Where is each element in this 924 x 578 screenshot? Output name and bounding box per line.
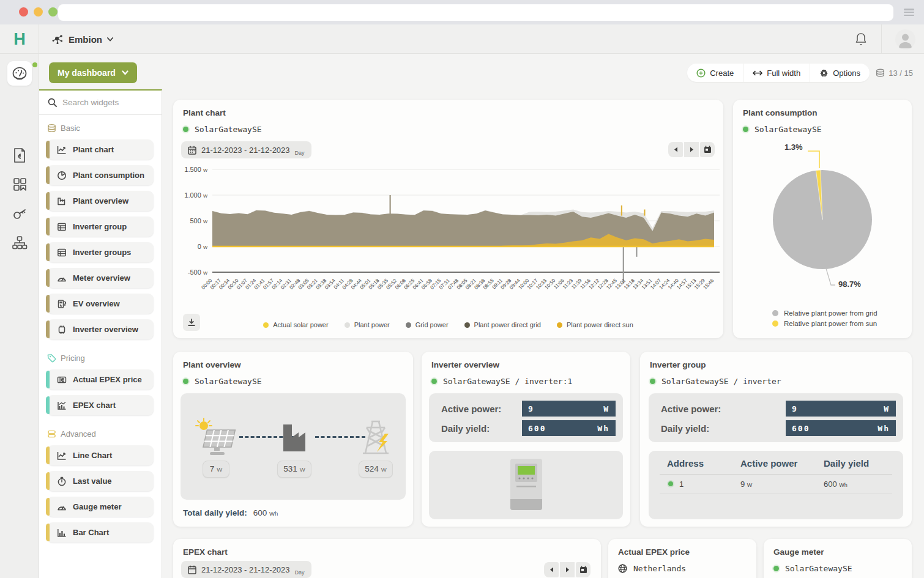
widget-card-gauge-meter[interactable]: Gauge meter <box>47 497 154 517</box>
widget-card-label: EV overview <box>73 299 120 308</box>
grid-power-value: 524W <box>359 461 393 478</box>
legend-item[interactable]: Grid power <box>406 321 449 328</box>
widget-card-label: Inverter groups <box>73 248 131 257</box>
plant-power-area-chart[interactable]: 1.500 W1.000 W500 W0 W-500 W00:0000:1700… <box>178 167 723 309</box>
chevron-down-icon <box>107 37 113 42</box>
legend-label: Plant power direct sun <box>567 321 633 328</box>
section-header-advanced: Advanced <box>39 421 162 440</box>
calendar-icon <box>188 146 196 155</box>
daily-yield-label: Daily yield: <box>661 423 709 434</box>
chart-mixed-icon <box>57 401 67 410</box>
widget-card-line-chart[interactable]: Line Chart <box>47 445 154 465</box>
granularity-label: Day <box>295 569 305 576</box>
row-address: 1 <box>679 480 684 489</box>
person-icon <box>898 32 913 48</box>
tag-icon <box>47 354 56 363</box>
solar-power-value: 7W <box>203 461 229 478</box>
window-minimize-button[interactable] <box>34 7 43 17</box>
widget-card-bar-chart[interactable]: Bar Chart <box>47 522 154 543</box>
browser-chrome <box>0 0 924 24</box>
left-nav-rail <box>0 54 39 578</box>
next-period-button[interactable] <box>560 562 575 577</box>
pie-legend-item[interactable]: Relative plant power from grid <box>772 309 877 317</box>
stack-icon <box>47 429 56 439</box>
nav-modules[interactable] <box>0 176 39 192</box>
active-power-value: 9W <box>522 401 616 417</box>
organization-selector[interactable]: Embion <box>51 24 113 54</box>
widget-library-panel: BasicPlant chartPlant consumptionPlant o… <box>39 89 162 578</box>
widget-card-inverter-groups[interactable]: Inverter groups <box>47 242 154 262</box>
logo-letter: H <box>13 30 25 49</box>
full-width-button[interactable]: Full width <box>743 64 810 82</box>
date-range-picker[interactable]: 21-12-2023 - 21-12-2023 Day <box>181 141 311 158</box>
section-label: Basic <box>61 124 80 133</box>
chip-icon <box>57 325 67 335</box>
app-logo[interactable]: H <box>0 24 39 54</box>
daily-yield-label: Daily yield: <box>441 423 490 434</box>
dashboard-selector-button[interactable]: My dashboard <box>49 62 137 83</box>
svg-text:1.000 W: 1.000 W <box>184 191 208 199</box>
url-bar[interactable] <box>58 4 893 21</box>
device-name: SolarGatewaySE / inverter <box>661 377 781 386</box>
ev-icon <box>57 299 67 309</box>
window-zoom-button[interactable] <box>48 7 58 17</box>
widget-card-ev-overview[interactable]: EV overview <box>47 294 154 314</box>
nav-access-keys[interactable] <box>0 206 39 222</box>
legend-item[interactable]: Plant power <box>345 321 390 328</box>
notifications-bell-icon[interactable] <box>854 32 868 46</box>
prev-period-button[interactable] <box>668 142 683 157</box>
legend-item[interactable]: Plant power direct sun <box>557 321 633 328</box>
widget-card-epex-chart[interactable]: EPEX chart <box>47 395 154 415</box>
legend-item[interactable]: Actual solar power <box>263 321 329 328</box>
region-name: Netherlands <box>633 564 686 573</box>
legend-item[interactable]: Plant power direct grid <box>464 321 541 328</box>
consumption-pie-chart[interactable] <box>733 140 912 299</box>
calendar-button[interactable] <box>700 142 715 157</box>
layers-icon <box>876 69 885 77</box>
browser-menu-icon[interactable] <box>904 9 914 16</box>
row-active-power: 9 W <box>740 480 752 489</box>
inverter-table-panel: Address Active power Daily yield 1 9 W 6… <box>649 451 903 519</box>
card-accent <box>46 141 50 158</box>
date-range-label: 21-12-2023 - 21-12-2023 <box>201 146 290 155</box>
pie-legend-item[interactable]: Relative plant power from sun <box>772 320 877 327</box>
widget-card-last-value[interactable]: Last value <box>47 471 154 491</box>
nav-invoices[interactable] <box>0 147 39 164</box>
widget-card-actual-epex-price[interactable]: Actual EPEX price <box>47 369 154 390</box>
widget-card-meter-overview[interactable]: Meter overview <box>47 268 154 288</box>
device-status-dot <box>183 127 188 132</box>
options-label: Options <box>833 69 860 78</box>
next-period-button[interactable] <box>684 142 699 157</box>
table-icon <box>57 248 67 258</box>
arrows-horizontal-icon <box>753 70 762 76</box>
window-close-button[interactable] <box>19 7 28 17</box>
widget-search-input[interactable] <box>62 98 148 107</box>
granularity-label: Day <box>295 150 305 156</box>
date-range-picker[interactable]: 21-12-2023 - 21-12-2023 Day <box>181 561 311 578</box>
device-name: SolarGatewaySE <box>195 377 262 386</box>
widget-card-plant-overview[interactable]: Plant overview <box>47 191 154 211</box>
nav-dashboard-active[interactable] <box>7 61 32 86</box>
table-divider <box>660 474 892 475</box>
prev-period-button[interactable] <box>544 562 559 577</box>
legend-dot <box>263 322 269 328</box>
nav-hierarchy[interactable] <box>0 235 39 251</box>
gear-icon <box>819 69 829 78</box>
device-status-dot <box>650 379 655 384</box>
header-divider <box>881 24 882 54</box>
legend-label: Relative plant power from grid <box>784 309 877 317</box>
user-avatar[interactable] <box>895 29 915 50</box>
calendar-button[interactable] <box>576 562 591 577</box>
device-name: SolarGatewaySE <box>785 564 852 573</box>
widget-card-inverter-group[interactable]: Inverter group <box>47 217 154 237</box>
widget-card-plant-consumption[interactable]: Plant consumption <box>47 165 154 185</box>
hub-icon <box>51 33 64 45</box>
widget-card-plant-chart[interactable]: Plant chart <box>47 139 154 160</box>
legend-dot <box>772 310 778 316</box>
download-chart-button[interactable] <box>183 314 200 331</box>
options-button[interactable]: Options <box>810 64 870 82</box>
plus-circle-icon <box>696 69 706 78</box>
total-daily-yield-value: 600 Wh <box>253 508 278 517</box>
widget-card-inverter-overview[interactable]: Inverter overview <box>47 319 154 339</box>
create-widget-button[interactable]: Create <box>687 64 743 82</box>
